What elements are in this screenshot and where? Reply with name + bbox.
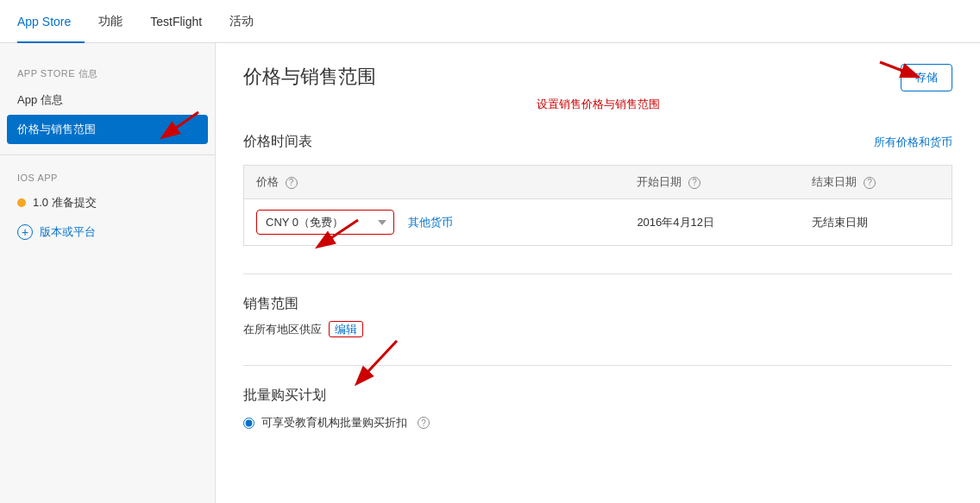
end-date-cell: 无结束日期 (800, 199, 952, 246)
sidebar-appstore-section: APP STORE 信息 (0, 60, 215, 85)
bulk-radio[interactable] (243, 418, 254, 429)
add-circle-icon: + (17, 224, 33, 240)
price-schedule-section: 价格时间表 所有价格和货币 价格 ? 开始日期 ? (243, 133, 952, 246)
page-title: 价格与销售范围 (243, 64, 376, 90)
sidebar-item-pricing[interactable]: 价格与销售范围 (7, 115, 208, 144)
nav-item-features[interactable]: 功能 (85, 0, 136, 43)
start-date-cell: 2016年4月12日 (625, 199, 800, 246)
start-date-help-icon[interactable]: ? (688, 177, 700, 189)
end-date-help-icon[interactable]: ? (864, 177, 876, 189)
nav-item-appstore[interactable]: App Store (17, 0, 85, 43)
sidebar-item-appinfo[interactable]: App 信息 (0, 85, 215, 115)
price-select[interactable]: CNY 0（免费）CNY 6（Tier 1）CNY 12（Tier 2） (256, 210, 394, 235)
bulk-purchase-section: 批量购买计划 可享受教育机构批量购买折扣 ? (243, 387, 952, 431)
sidebar-item-ios-version[interactable]: 1.0 准备提交 (0, 188, 215, 217)
price-cell: CNY 0（免费）CNY 6（Tier 1）CNY 12（Tier 2） 其他货… (244, 199, 625, 246)
section-divider-1 (243, 274, 952, 274)
bulk-help-icon[interactable]: ? (418, 417, 430, 429)
price-schedule-title: 价格时间表 (243, 133, 312, 151)
col-end-date: 结束日期 ? (800, 166, 952, 199)
bulk-radio-item: 可享受教育机构批量购买折扣 ? (243, 415, 952, 431)
col-price: 价格 ? (244, 166, 625, 199)
status-dot-yellow (17, 198, 26, 207)
edit-link[interactable]: 编辑 (329, 321, 363, 337)
page-header: 价格与销售范围 存储 (243, 64, 952, 91)
col-start-date: 开始日期 ? (625, 166, 800, 199)
main-content: 价格与销售范围 存储 设置销售价格与销售范围 价格时间表 所有价格和货币 价格 … (216, 43, 980, 503)
price-table: 价格 ? 开始日期 ? 结束日期 ? (243, 165, 952, 246)
save-button[interactable]: 存储 (901, 64, 952, 91)
sales-range-section: 销售范围 在所有地区供应 编辑 (243, 295, 952, 337)
sidebar-ios-section: iOS APP (0, 166, 215, 188)
main-layout: APP STORE 信息 App 信息 价格与销售范围 iOS APP 1.0 … (0, 43, 980, 503)
other-currency-link[interactable]: 其他货币 (408, 216, 453, 229)
section-divider-2 (243, 365, 952, 366)
nav-item-activities[interactable]: 活动 (216, 0, 267, 43)
price-help-icon[interactable]: ? (286, 177, 298, 189)
top-nav: App Store 功能 TestFlight 活动 (0, 0, 980, 43)
price-schedule-header: 价格时间表 所有价格和货币 (243, 133, 952, 151)
sales-range-text: 在所有地区供应 编辑 (243, 322, 952, 337)
sales-range-title: 销售范围 (243, 295, 952, 313)
bulk-purchase-title: 批量购买计划 (243, 387, 952, 405)
nav-item-testflight[interactable]: TestFlight (136, 0, 216, 43)
sidebar-divider (0, 154, 215, 155)
all-prices-link[interactable]: 所有价格和货币 (874, 135, 952, 150)
subtitle-link[interactable]: 设置销售价格与销售范围 (243, 97, 952, 112)
price-row: CNY 0（免费）CNY 6（Tier 1）CNY 12（Tier 2） 其他货… (244, 199, 952, 246)
sidebar: APP STORE 信息 App 信息 价格与销售范围 iOS APP 1.0 … (0, 43, 216, 503)
sidebar-add-platform[interactable]: + 版本或平台 (0, 217, 215, 247)
